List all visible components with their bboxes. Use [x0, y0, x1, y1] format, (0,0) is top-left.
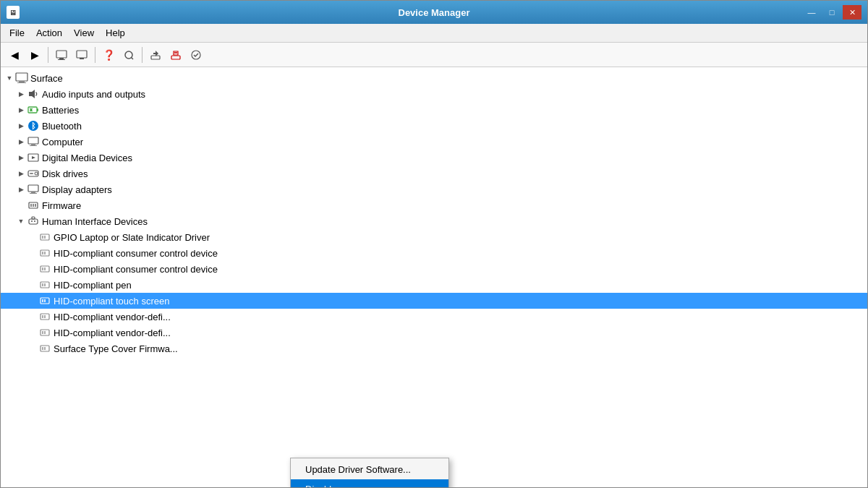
- menu-action[interactable]: Action: [30, 26, 68, 40]
- svg-rect-47: [44, 267, 46, 270]
- computer-label: Computer: [42, 137, 83, 147]
- expander-bluetooth[interactable]: ▶: [15, 120, 27, 132]
- expander-computer[interactable]: ▶: [15, 136, 27, 147]
- expander-surface[interactable]: ▼: [4, 72, 15, 84]
- close-button[interactable]: ✕: [843, 5, 861, 20]
- svg-marker-24: [32, 156, 35, 159]
- tree-row-hid-pen[interactable]: HID-compliant pen: [1, 277, 867, 293]
- display-adapters-label: Display adapters: [42, 184, 112, 195]
- tree-row-hid-consumer-1[interactable]: HID-compliant consumer control device: [1, 245, 867, 261]
- context-menu-disable[interactable]: Disable: [291, 479, 448, 487]
- expander-disk-drives[interactable]: ▶: [15, 168, 27, 179]
- svg-rect-35: [29, 219, 38, 224]
- svg-rect-0: [56, 51, 67, 58]
- hid-pen-label: HID-compliant pen: [54, 280, 132, 291]
- back-button[interactable]: ◀: [5, 46, 24, 64]
- main-window: 🖥 Device Manager — □ ✕ File Action View …: [0, 0, 868, 488]
- tree-node-hid: ▼ Human Interface Devices GPIO Laptop or…: [1, 213, 867, 356]
- expander-audio[interactable]: ▶: [15, 88, 27, 100]
- expander-hid[interactable]: ▼: [15, 215, 27, 227]
- svg-rect-20: [28, 137, 38, 144]
- svg-rect-4: [80, 58, 84, 59]
- tree-row-gpio[interactable]: GPIO Laptop or Slate Indicator Driver: [1, 229, 867, 245]
- svg-rect-34: [35, 204, 36, 207]
- tree-row-hid-vendor-1[interactable]: HID-compliant vendor-defi...: [1, 309, 867, 325]
- audio-icon: [27, 88, 40, 100]
- tree-row-bluetooth[interactable]: ▶ ᛒ Bluetooth: [1, 118, 867, 134]
- hid-consumer-1-label: HID-compliant consumer control device: [54, 248, 218, 259]
- tree-row-digital-media[interactable]: ▶ Digital Media Devices: [1, 150, 867, 166]
- context-menu: Update Driver Software... Disable Uninst…: [290, 458, 449, 487]
- properties-button[interactable]: ❓: [99, 46, 118, 64]
- hid-touch-icon: [38, 295, 51, 307]
- forward-button[interactable]: ▶: [25, 46, 44, 64]
- window-title: Device Manager: [399, 7, 470, 18]
- expander-display-adapters[interactable]: ▶: [15, 184, 27, 195]
- svg-rect-53: [44, 299, 46, 302]
- tree-row-audio[interactable]: ▶ Audio inputs and outputs: [1, 86, 867, 102]
- bluetooth-label: Bluetooth: [42, 121, 82, 132]
- content-area: ▼ Surface ▶ Audio inputs and outputs: [1, 67, 867, 487]
- expander-digital-media[interactable]: ▶: [15, 152, 27, 163]
- show-hidden-button[interactable]: [72, 46, 91, 64]
- svg-rect-49: [42, 283, 43, 286]
- digital-media-label: Digital Media Devices: [42, 153, 132, 163]
- svg-rect-9: [16, 73, 27, 81]
- svg-rect-50: [44, 283, 46, 286]
- toolbar-sep-1: [48, 47, 48, 63]
- svg-rect-32: [30, 204, 32, 207]
- svg-rect-43: [42, 252, 43, 254]
- svg-point-16: [29, 109, 30, 111]
- show-devices-button[interactable]: [52, 46, 71, 64]
- tree-row-hid[interactable]: ▼ Human Interface Devices: [1, 213, 867, 229]
- hid-icon: [27, 215, 40, 227]
- batteries-icon: [27, 104, 40, 116]
- batteries-label: Batteries: [42, 105, 79, 116]
- tree-row-hid-consumer-2[interactable]: HID-compliant consumer control device: [1, 261, 867, 277]
- tree-row-hid-touch[interactable]: HID-compliant touch screen: [1, 293, 867, 309]
- tree-row-computer[interactable]: ▶ Computer: [1, 134, 867, 150]
- disk-drives-icon: [27, 168, 40, 179]
- context-menu-update-driver[interactable]: Update Driver Software...: [291, 460, 448, 479]
- menu-help[interactable]: Help: [100, 26, 131, 40]
- hid-consumer-1-icon: [38, 247, 51, 259]
- tree-row-batteries[interactable]: ▶ Batteries: [1, 102, 867, 118]
- toolbar: ◀ ▶ ❓: [1, 43, 867, 67]
- svg-rect-55: [42, 315, 43, 318]
- hid-consumer-2-icon: [38, 263, 51, 275]
- tree-row-firmware[interactable]: ▶ Firmware: [1, 197, 867, 213]
- svg-rect-38: [32, 217, 35, 219]
- toolbar-sep-2: [95, 47, 95, 63]
- svg-rect-59: [44, 331, 46, 334]
- svg-rect-33: [33, 204, 34, 207]
- gpio-label: GPIO Laptop or Slate Indicator Driver: [54, 232, 210, 243]
- audio-label: Audio inputs and outputs: [42, 89, 145, 100]
- menu-view[interactable]: View: [68, 26, 100, 40]
- update-driver-button[interactable]: [146, 46, 165, 64]
- svg-point-37: [34, 221, 35, 222]
- uninstall-button[interactable]: [166, 46, 185, 64]
- firmware-icon: [27, 200, 40, 211]
- window-controls: — □ ✕: [802, 5, 861, 20]
- tree-row-disk-drives[interactable]: ▶ Disk drives: [1, 166, 867, 181]
- svg-rect-2: [58, 59, 65, 60]
- expander-batteries[interactable]: ▶: [15, 104, 27, 116]
- svg-rect-61: [42, 347, 43, 350]
- menu-file[interactable]: File: [4, 26, 30, 40]
- hid-pen-icon: [38, 279, 51, 291]
- tree-row-hid-vendor-2[interactable]: HID-compliant vendor-defi...: [1, 325, 867, 341]
- maximize-button[interactable]: □: [822, 5, 841, 20]
- tree-node-surface: ▼ Surface ▶ Audio inputs and outputs: [1, 70, 867, 356]
- svg-rect-10: [19, 81, 25, 82]
- tree-row-surface[interactable]: ▼ Surface: [1, 70, 867, 86]
- toolbar-sep-3: [142, 47, 142, 63]
- hid-vendor-1-label: HID-compliant vendor-defi...: [54, 312, 171, 322]
- device-tree[interactable]: ▼ Surface ▶ Audio inputs and outputs: [1, 67, 867, 487]
- minimize-button[interactable]: —: [802, 5, 821, 20]
- scan-button[interactable]: [119, 46, 138, 64]
- computer-icon: [27, 136, 40, 147]
- svg-rect-41: [44, 236, 46, 239]
- enable-button[interactable]: [187, 46, 205, 64]
- tree-row-display-adapters[interactable]: ▶ Display adapters: [1, 181, 867, 197]
- tree-row-surface-type-cover[interactable]: Surface Type Cover Firmwa...: [1, 341, 867, 356]
